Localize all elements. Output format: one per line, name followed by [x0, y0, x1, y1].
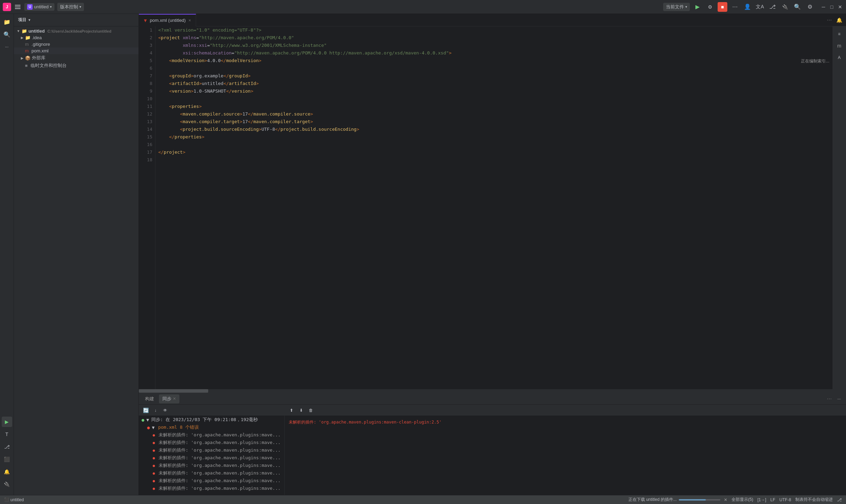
sidebar-icon-run-active[interactable]: ▶: [2, 417, 12, 427]
maximize-button[interactable]: □: [829, 4, 835, 10]
stop-button[interactable]: ■: [718, 2, 727, 12]
bottom-tab-minimize-button[interactable]: ─: [835, 395, 843, 403]
error-item-2[interactable]: ● 未解析的插件: 'org.apache.maven.plugins:mave…: [139, 439, 284, 446]
git-branch-item[interactable]: ⎇: [837, 497, 842, 502]
minimize-button[interactable]: ─: [820, 4, 827, 10]
code-line-9: <version>1.0-SNAPSHOT</version>: [158, 87, 829, 95]
error-icon-7: ●: [153, 479, 155, 483]
tab-label: pom.xml (untitled): [150, 18, 186, 23]
tab-maven-icon: ▼: [143, 18, 148, 23]
file-tree-caret-icon: ▾: [28, 18, 30, 22]
error-panel-toolbar-btn3[interactable]: 👁: [161, 406, 169, 415]
tab-action-notifications[interactable]: 🔔: [835, 16, 843, 24]
sync-icon-button[interactable]: 🔄: [142, 406, 150, 415]
close-window-button[interactable]: ✕: [837, 4, 843, 10]
more-actions-button[interactable]: ⋯: [730, 2, 740, 12]
tree-item-temp[interactable]: ≡ 临时文件和控制台: [14, 62, 138, 69]
error-item-3[interactable]: ● 未解析的插件: 'org.apache.maven.plugins:mave…: [139, 446, 284, 454]
error-tree: ● ▼ 同步: 在 2023/12/03 下午 09:21:08，192毫秒 ●…: [139, 416, 284, 495]
line-num-10: 10: [142, 95, 152, 103]
bottom-tab-build[interactable]: 构建: [142, 394, 158, 403]
scrollbar-thumb: [139, 389, 208, 393]
line-num-6: 6: [142, 65, 152, 72]
bottom-tab-sync[interactable]: 同步 ✕: [159, 394, 179, 403]
sidebar-icon-plugins[interactable]: 🔌: [2, 479, 12, 489]
tab-close-button[interactable]: ×: [188, 18, 192, 23]
idea-folder-icon: 📁: [25, 35, 31, 40]
sidebar-icon-search[interactable]: 🔍: [2, 29, 12, 40]
vcs-button[interactable]: 版本控制 ▾: [57, 3, 84, 11]
msg-toolbar-btn1[interactable]: ⬆: [287, 406, 296, 415]
progress-bar: [679, 499, 720, 501]
current-file-button[interactable]: 当前文件 ▾: [663, 3, 690, 11]
msg-toolbar-btn3[interactable]: 🗑: [307, 406, 315, 415]
pom-errors-text: pom.xml 8 个错误: [158, 424, 199, 430]
msg-toolbar-btn2[interactable]: ⬇: [297, 406, 305, 415]
line-num-14: 14: [142, 126, 152, 133]
bottom-tabs: 构建 同步 ✕ ⋯ ─: [139, 393, 846, 405]
all-show-button[interactable]: 全部显示(5): [731, 497, 753, 503]
progress-close-button[interactable]: ✕: [724, 497, 727, 502]
vcs-label: 版本控制: [60, 4, 78, 10]
error-item-6[interactable]: ● 未解析的插件: 'org.apache.maven.plugins:mave…: [139, 469, 284, 477]
pom-caret: ▼: [152, 425, 155, 430]
message-content: 未解析的插件: 'org.apache.maven.plugins:maven-…: [285, 416, 846, 495]
status-project-name: untitled: [10, 497, 24, 502]
icon-sidebar-bottom: ▶ T ⎇ ⬛ 🔔 🔌: [2, 417, 12, 492]
sidebar-icon-dots[interactable]: ···: [2, 42, 12, 52]
lf-button[interactable]: LF: [770, 497, 775, 502]
tab-info-item: 制表符不会自动缩进: [795, 497, 833, 503]
current-file-label: 当前文件: [666, 4, 684, 10]
build-button[interactable]: ⚙: [705, 2, 715, 12]
tab-pom-xml[interactable]: ▼ pom.xml (untitled) ×: [139, 14, 196, 26]
git-button[interactable]: ⎇: [768, 2, 777, 12]
plugins-button[interactable]: 🔌: [780, 2, 790, 12]
sidebar-icon-folder[interactable]: 📁: [2, 17, 12, 27]
tree-item-root[interactable]: ▼ 📁 untitled C:\Users\Jack\IdeaProjects\…: [14, 28, 138, 34]
sidebar-icon-git[interactable]: ⎇: [2, 442, 12, 452]
error-icon-2: ●: [153, 441, 155, 445]
encoding-button[interactable]: UTF-8: [779, 497, 791, 502]
editor-gutter: 1 2 3 4 5 6 7 8 9 10 11 12 13 14 15 16 1…: [139, 26, 155, 389]
code-line-8: <artifactId>untitled</artifactId>: [158, 80, 829, 87]
gitignore-icon: m: [25, 42, 29, 47]
error-item-4[interactable]: ● 未解析的插件: 'org.apache.maven.plugins:mave…: [139, 454, 284, 462]
error-item-1[interactable]: ● 未解析的插件: 'org.apache.maven.plugins:mave…: [139, 431, 284, 439]
error-message: 未解析的插件: 'org.apache.maven.plugins:maven-…: [289, 419, 842, 426]
error-tree-root[interactable]: ● ▼ 同步: 在 2023/12/03 下午 09:21:08，192毫秒: [139, 416, 284, 424]
sidebar-icon-edit[interactable]: T: [2, 429, 12, 439]
code-line-15: </properties>: [158, 133, 829, 141]
translate-button[interactable]: 文A: [755, 2, 765, 12]
run-button[interactable]: ▶: [693, 2, 702, 12]
right-panel-icon-lines[interactable]: ≡: [835, 29, 844, 39]
error-panel-toolbar: 🔄 ↓ 👁: [139, 405, 284, 416]
line-num-16: 16: [142, 141, 152, 148]
tab-action-more[interactable]: ⋯: [825, 16, 834, 24]
error-tree-pom[interactable]: ● ▼ pom.xml 8 个错误: [139, 424, 284, 431]
line-num-3: 3: [142, 42, 152, 49]
sidebar-icon-notifications[interactable]: 🔔: [2, 467, 12, 477]
hamburger-menu-button[interactable]: [14, 3, 22, 11]
editor-content[interactable]: <?xml version="1.0" encoding="UTF-8"?> <…: [155, 26, 832, 389]
project-switcher[interactable]: U untitled ▾: [24, 3, 54, 11]
account-button[interactable]: 👤: [743, 2, 752, 12]
horizontal-scrollbar[interactable]: [139, 389, 846, 393]
sync-tab-close-icon[interactable]: ✕: [173, 396, 176, 401]
bottom-tab-more-button[interactable]: ⋯: [825, 395, 834, 403]
tree-item-gitignore[interactable]: m .gitignore: [14, 41, 138, 48]
error-item-7[interactable]: ● 未解析的插件: 'org.apache.maven.plugins:mave…: [139, 477, 284, 485]
error-item-8[interactable]: ● 未解析的插件: 'org.apache.maven.plugins:mave…: [139, 485, 284, 492]
tree-item-pom[interactable]: m pom.xml: [14, 48, 138, 54]
sidebar-icon-terminal[interactable]: ⬛: [2, 454, 12, 464]
error-panel-toolbar-btn2[interactable]: ↓: [151, 406, 160, 415]
right-panel-icon-translate[interactable]: A: [835, 53, 844, 62]
right-panel-icon-m[interactable]: m: [835, 41, 844, 51]
editor-tabs: ▼ pom.xml (untitled) × ⋯ 🔔: [139, 14, 846, 26]
root-folder-icon: 📁: [22, 28, 27, 34]
search-button[interactable]: 🔍: [793, 2, 802, 12]
error-item-5[interactable]: ● 未解析的插件: 'org.apache.maven.plugins:mave…: [139, 462, 284, 469]
tree-item-external-libs[interactable]: ▶ 📦 外部库: [14, 54, 138, 62]
tree-item-idea[interactable]: ▶ 📁 .idea: [14, 34, 138, 41]
settings-button[interactable]: ⚙: [805, 2, 815, 12]
bottom-tab-actions: ⋯ ─: [825, 395, 843, 403]
